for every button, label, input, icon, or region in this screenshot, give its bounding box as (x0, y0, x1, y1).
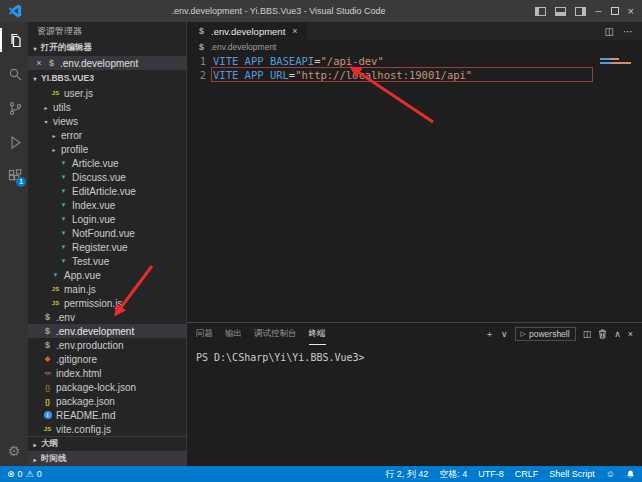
tab-problems[interactable]: 问题 (196, 323, 213, 345)
tree-item-.env.production[interactable]: .env.production (28, 338, 186, 352)
file-label: Test.vue (72, 256, 109, 267)
vue-file-icon (58, 200, 69, 211)
tree-item-vite.config.js[interactable]: vite.config.js (28, 422, 186, 436)
maximize-button[interactable] (611, 7, 619, 15)
file-label: utils (53, 102, 71, 113)
project-header[interactable]: ▾ YI.BBS.VUE3 (28, 70, 186, 86)
split-terminal-icon[interactable]: ◫ (583, 329, 592, 339)
tree-item-Discuss.vue[interactable]: Discuss.vue (28, 170, 186, 184)
file-label: error (61, 130, 82, 141)
tree-item-permission.js[interactable]: permission.js (28, 296, 186, 310)
tab-debug-console[interactable]: 调试控制台 (254, 323, 297, 345)
new-terminal-icon[interactable]: ＋ (485, 328, 494, 341)
tab-output[interactable]: 输出 (225, 323, 242, 345)
window-title: .env.development - Yi.BBS.Vue3 - Visual … (22, 6, 535, 16)
line-number: 1 (187, 54, 213, 68)
tree-item-utils[interactable]: ▸utils (28, 100, 186, 114)
tree-item-index.html[interactable]: index.html (28, 366, 186, 380)
file-label: main.js (64, 284, 96, 295)
split-editor-icon[interactable]: ◫ (605, 26, 614, 37)
open-editors-header[interactable]: ▾ 打开的编辑器 (28, 40, 186, 56)
shell-selector[interactable]: ▷ powershell (515, 327, 576, 341)
cursor-position[interactable]: 行 2, 列 42 (385, 468, 428, 481)
extensions-icon[interactable]: 1 (0, 164, 28, 188)
toggle-secondary-sidebar-icon[interactable] (575, 7, 586, 16)
close-tab-icon[interactable]: × (292, 26, 297, 36)
tree-item-Article.vue[interactable]: Article.vue (28, 156, 186, 170)
vue-file-icon (58, 158, 69, 169)
html-file-icon (42, 368, 53, 379)
chevron-right-icon: ▸ (42, 104, 50, 111)
file-label: vite.config.js (56, 424, 111, 435)
file-label: NotFound.vue (72, 228, 135, 239)
git-file-icon (42, 354, 53, 365)
breadcrumb[interactable]: .env.development (187, 40, 642, 54)
minimap[interactable] (598, 56, 640, 82)
tree-item-Test.vue[interactable]: Test.vue (28, 254, 186, 268)
chevron-down-icon: ▾ (31, 75, 39, 82)
outline-section-header[interactable]: ▸ 大纲 (28, 436, 186, 451)
toggle-panel-icon[interactable] (555, 7, 566, 16)
editor-code-area[interactable]: 1 VITE_APP_BASEAPI="/api-dev" 2 VITE_APP… (187, 54, 642, 322)
tree-item-.env.development[interactable]: .env.development (28, 324, 186, 338)
error-icon: ⊗ (7, 469, 15, 479)
kill-terminal-icon[interactable] (598, 329, 607, 339)
timeline-section-header[interactable]: ▸ 时间线 (28, 451, 186, 466)
more-actions-icon[interactable]: ⋯ (623, 26, 633, 37)
json-file-icon (42, 396, 53, 407)
tree-item-error[interactable]: ▸error (28, 128, 186, 142)
tree-item-views[interactable]: ▾views (28, 114, 186, 128)
tree-item-README.md[interactable]: README.md (28, 408, 186, 422)
tree-item-.gitignore[interactable]: .gitignore (28, 352, 186, 366)
notifications-bell-icon[interactable] (626, 470, 635, 479)
tree-item-Login.vue[interactable]: Login.vue (28, 212, 186, 226)
settings-gear-icon[interactable]: ⚙ (8, 444, 21, 458)
tab-terminal[interactable]: 终端 (309, 323, 326, 345)
js-file-icon (50, 284, 61, 295)
terminal-output[interactable]: PS D:\CSharp\Yi\Yi.BBS.Vue3> (187, 345, 642, 466)
eol-indicator[interactable]: CRLF (515, 469, 539, 479)
feedback-smiley-icon[interactable]: ☺ (606, 469, 615, 479)
indentation-indicator[interactable]: 空格: 4 (439, 468, 467, 481)
tree-item-Register.vue[interactable]: Register.vue (28, 240, 186, 254)
tree-item-NotFound.vue[interactable]: NotFound.vue (28, 226, 186, 240)
file-label: Login.vue (72, 214, 115, 225)
encoding-indicator[interactable]: UTF-8 (478, 469, 504, 479)
close-editor-icon[interactable]: × (35, 58, 43, 68)
run-debug-icon[interactable] (0, 130, 28, 154)
chevron-down-icon[interactable]: ∨ (501, 329, 508, 339)
search-icon[interactable] (0, 62, 28, 86)
tree-item-main.js[interactable]: main.js (28, 282, 186, 296)
tree-item-Index.vue[interactable]: Index.vue (28, 198, 186, 212)
panel-tab-bar: 问题 输出 调试控制台 终端 ＋ ∨ ▷ powershell ◫ ∧ (187, 323, 642, 345)
tree-item-package-lock.json[interactable]: package-lock.json (28, 380, 186, 394)
tree-item-.env[interactable]: .env (28, 310, 186, 324)
maximize-panel-icon[interactable]: ∧ (614, 329, 621, 339)
explorer-icon[interactable] (0, 28, 28, 52)
tab-env-development[interactable]: .env.development × (187, 22, 307, 40)
minimize-button[interactable]: ─ (595, 6, 601, 16)
js-file-icon (42, 424, 53, 435)
file-label: Discuss.vue (72, 172, 126, 183)
language-mode[interactable]: Shell Script (549, 469, 595, 479)
vue-file-icon (58, 172, 69, 183)
warning-icon: ⚠ (26, 469, 34, 479)
vue-file-icon (50, 270, 61, 281)
tree-item-profile[interactable]: ▸profile (28, 142, 186, 156)
close-button[interactable]: × (628, 5, 634, 17)
file-label: Register.vue (72, 242, 128, 253)
code-line-2: 2 VITE_APP_URL="http://localhost:19001/a… (187, 68, 642, 82)
explorer-sidebar: 资源管理器 ▾ 打开的编辑器 × .env.development ▾ YI.B… (28, 22, 187, 466)
close-panel-icon[interactable]: × (628, 329, 633, 339)
chevron-right-icon: ▸ (50, 132, 58, 139)
toggle-sidebar-icon[interactable] (535, 7, 546, 16)
problems-indicator[interactable]: ⊗ 0 ⚠ 0 (7, 469, 42, 479)
tree-item-App.vue[interactable]: App.vue (28, 268, 186, 282)
file-label: permission.js (64, 298, 122, 309)
file-tree: user.js▸utils▾views▸error▸profileArticle… (28, 86, 186, 436)
open-editor-item[interactable]: × .env.development (28, 56, 186, 70)
source-control-icon[interactable] (0, 96, 28, 120)
tree-item-package.json[interactable]: package.json (28, 394, 186, 408)
tree-item-EditArticle.vue[interactable]: EditArticle.vue (28, 184, 186, 198)
tree-item-user.js[interactable]: user.js (28, 86, 186, 100)
